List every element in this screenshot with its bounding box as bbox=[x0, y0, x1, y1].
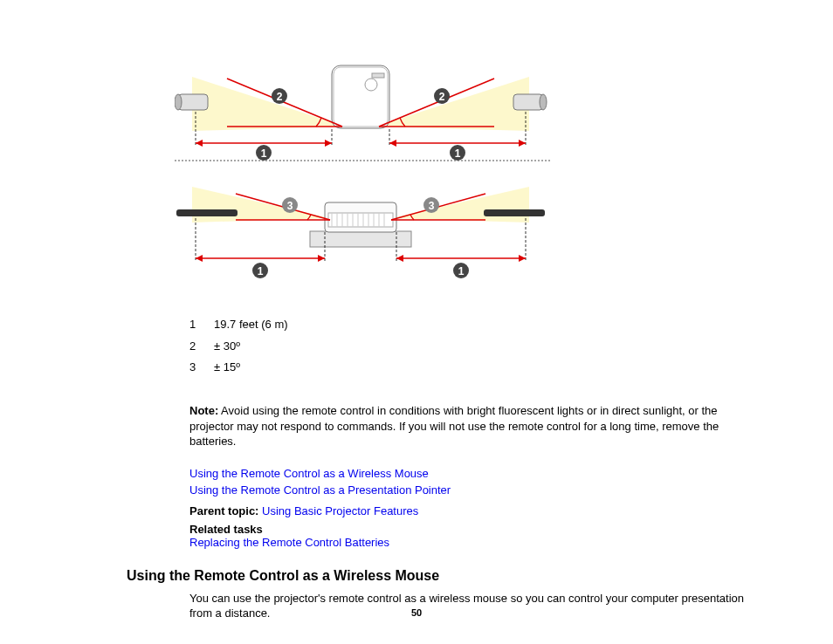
svg-text:1: 1 bbox=[455, 147, 461, 160]
svg-text:1: 1 bbox=[458, 265, 465, 277]
svg-text:3: 3 bbox=[287, 200, 293, 212]
legend-text: ± 15º bbox=[214, 357, 240, 379]
diagram-svg: 2 2 1 1 bbox=[175, 35, 611, 288]
link-presentation-pointer[interactable]: Using the Remote Control as a Presentati… bbox=[189, 483, 451, 497]
svg-rect-4 bbox=[513, 94, 543, 110]
legend-num: 1 bbox=[189, 314, 214, 336]
link-parent-topic[interactable]: Using Basic Projector Features bbox=[262, 504, 418, 517]
svg-text:1: 1 bbox=[258, 265, 264, 277]
svg-text:2: 2 bbox=[277, 91, 283, 103]
legend-num: 2 bbox=[189, 336, 214, 358]
svg-marker-20 bbox=[325, 140, 332, 147]
svg-text:2: 2 bbox=[439, 91, 445, 103]
diagram-legend: 1 19.7 feet (6 m) 2 ± 30º 3 ± 15º bbox=[189, 314, 781, 379]
related-tasks: Related tasks Replacing the Remote Contr… bbox=[189, 523, 781, 549]
svg-marker-64 bbox=[519, 255, 526, 262]
legend-row: 3 ± 15º bbox=[189, 357, 781, 379]
svg-marker-22 bbox=[389, 140, 396, 147]
legend-row: 2 ± 30º bbox=[189, 336, 781, 358]
parent-topic: Parent topic: Using Basic Projector Feat… bbox=[189, 504, 781, 517]
svg-rect-36 bbox=[484, 209, 545, 216]
svg-rect-35 bbox=[176, 209, 238, 216]
svg-point-3 bbox=[175, 94, 182, 110]
legend-row: 1 19.7 feet (6 m) bbox=[189, 314, 781, 336]
svg-marker-63 bbox=[396, 255, 403, 262]
legend-text: 19.7 feet (6 m) bbox=[214, 314, 288, 336]
svg-marker-61 bbox=[318, 255, 325, 262]
svg-marker-23 bbox=[519, 140, 526, 147]
svg-rect-9 bbox=[372, 73, 384, 78]
related-tasks-label: Related tasks bbox=[189, 523, 781, 536]
sub-topic-links: Using the Remote Control as a Wireless M… bbox=[189, 465, 781, 499]
link-wireless-mouse[interactable]: Using the Remote Control as a Wireless M… bbox=[189, 467, 429, 480]
svg-marker-1 bbox=[375, 77, 529, 131]
legend-text: ± 30º bbox=[214, 336, 240, 358]
note-body: Avoid using the remote control in condit… bbox=[189, 404, 719, 448]
svg-rect-2 bbox=[178, 94, 208, 110]
legend-num: 3 bbox=[189, 357, 214, 379]
svg-text:3: 3 bbox=[429, 200, 435, 212]
svg-text:1: 1 bbox=[261, 147, 267, 160]
svg-marker-0 bbox=[192, 77, 346, 131]
svg-marker-19 bbox=[196, 140, 203, 147]
page-number: 50 bbox=[0, 607, 833, 618]
note-label: Note: bbox=[189, 404, 218, 417]
svg-point-5 bbox=[540, 94, 547, 110]
remote-range-diagram: 2 2 1 1 bbox=[175, 35, 781, 288]
section-heading: Using the Remote Control as a Wireless M… bbox=[127, 568, 781, 584]
link-replace-batteries[interactable]: Replacing the Remote Control Batteries bbox=[189, 536, 389, 549]
parent-topic-label: Parent topic: bbox=[189, 504, 262, 517]
note-block: Note: Avoid using the remote control in … bbox=[189, 403, 746, 449]
svg-rect-39 bbox=[328, 213, 393, 227]
svg-marker-60 bbox=[196, 255, 203, 262]
